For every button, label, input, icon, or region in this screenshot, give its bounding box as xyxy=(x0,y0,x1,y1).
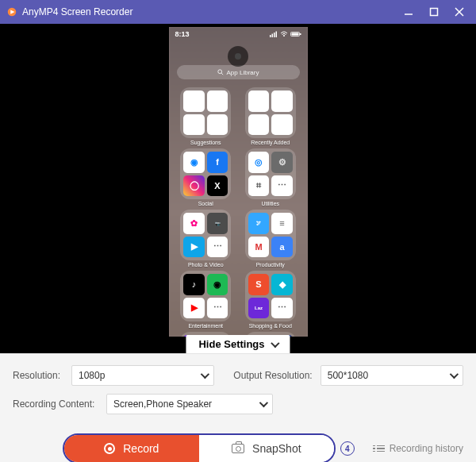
app-icon: ⋯ xyxy=(271,175,293,197)
app-folder[interactable]: Suggestions xyxy=(177,87,236,145)
app-icon xyxy=(207,90,228,112)
recording-content-label: Recording Content: xyxy=(13,398,98,410)
title-left: AnyMP4 Screen Recorder xyxy=(6,6,132,17)
folder-grid xyxy=(245,87,296,138)
hide-settings-button[interactable]: Hide Settings xyxy=(186,335,290,353)
app-icon: S xyxy=(248,274,270,295)
svg-rect-6 xyxy=(270,35,271,37)
chevron-down-icon xyxy=(201,370,209,379)
app-icon: X xyxy=(207,175,228,197)
app-folder[interactable]: S◆Laz⋯Shopping & Food xyxy=(241,271,300,329)
app-icon xyxy=(248,90,270,112)
folder-label: Photo & Video xyxy=(188,262,224,268)
svg-line-15 xyxy=(221,73,223,75)
app-icon: Laz xyxy=(248,298,270,319)
app-folder[interactable]: Recently Added xyxy=(241,87,300,145)
svg-rect-7 xyxy=(271,34,273,38)
svg-point-14 xyxy=(217,70,221,74)
folder-label: Social xyxy=(198,201,213,206)
folder-label: Suggestions xyxy=(190,140,221,145)
controls-bar: Record SnapShot 4 Recording history xyxy=(0,427,476,462)
phone-preview: 8:13 App Library SuggestionsRecently Add… xyxy=(169,27,308,337)
app-icon: ◯ xyxy=(183,175,205,197)
phone-time: 8:13 xyxy=(175,30,190,38)
record-snapshot-pair: Record SnapShot xyxy=(63,433,336,462)
app-icon: M xyxy=(248,237,270,258)
search-icon xyxy=(217,69,224,75)
output-resolution-label: Output Resolution: xyxy=(233,370,312,381)
app-icon: ⚙ xyxy=(271,152,293,173)
chevron-down-icon xyxy=(259,398,268,407)
app-icon: ◉ xyxy=(207,274,228,295)
svg-rect-12 xyxy=(291,33,298,36)
app-icon xyxy=(183,90,205,112)
app-icon: 📷 xyxy=(207,213,228,234)
app-icon xyxy=(271,90,293,112)
output-resolution-value: 500*1080 xyxy=(328,370,368,381)
app-folder[interactable]: ◎⚙⌗⋯Utilities xyxy=(241,148,300,206)
app-icon: ⌗ xyxy=(248,175,270,197)
battery-icon xyxy=(290,31,301,37)
app-icon: a xyxy=(271,237,293,258)
folder-grid xyxy=(180,87,231,138)
folder-label: Entertainment xyxy=(188,323,223,329)
svg-rect-9 xyxy=(275,32,277,38)
app-library-grid: SuggestionsRecently Added◉f◯XSocial◎⚙⌗⋯U… xyxy=(169,83,308,337)
app-folder[interactable]: ◉f◯XSocial xyxy=(177,148,236,206)
app-icon: ⋯ xyxy=(271,298,293,319)
wifi-icon xyxy=(280,31,288,37)
resolution-label: Resolution: xyxy=(13,370,63,381)
folder-label: Recently Added xyxy=(251,140,290,145)
resolution-select[interactable]: 1080p xyxy=(71,365,214,386)
folder-grid: ✿📷▶⋯ xyxy=(180,210,231,260)
app-icon xyxy=(271,114,293,136)
preview-area: 8:13 App Library SuggestionsRecently Add… xyxy=(0,24,476,353)
dynamic-island xyxy=(228,46,248,67)
recording-history-label: Recording history xyxy=(390,443,463,454)
app-icon xyxy=(207,114,228,136)
hide-settings-label: Hide Settings xyxy=(198,338,264,350)
app-title: AnyMP4 Screen Recorder xyxy=(22,6,132,17)
app-icon: ◉ xyxy=(183,152,205,173)
folder-label: Shopping & Food xyxy=(249,323,292,329)
app-icon xyxy=(183,114,205,136)
svg-rect-13 xyxy=(300,33,301,35)
close-button[interactable] xyxy=(449,4,470,20)
record-icon xyxy=(104,443,115,454)
snapshot-button[interactable]: SnapShot xyxy=(199,435,334,462)
chevron-down-icon xyxy=(271,338,279,347)
app-folder[interactable]: 🕊≡MaProductivity xyxy=(241,210,300,268)
folder-grid: S◆Laz⋯ xyxy=(245,271,296,321)
app-icon: ▶ xyxy=(183,298,205,319)
camera-icon xyxy=(232,444,244,453)
recording-content-select[interactable]: Screen,Phone Speaker xyxy=(106,394,273,414)
folder-grid: 🕊≡Ma xyxy=(245,210,296,260)
resolution-value: 1080p xyxy=(79,370,105,381)
folder-grid: ◎⚙⌗⋯ xyxy=(245,148,296,199)
count-badge[interactable]: 4 xyxy=(340,441,355,456)
app-icon xyxy=(248,114,270,136)
minimize-button[interactable] xyxy=(398,4,419,20)
app-icon: ♪ xyxy=(183,274,205,295)
recording-history-button[interactable]: Recording history xyxy=(373,443,463,454)
title-bar: AnyMP4 Screen Recorder xyxy=(0,0,476,24)
app-library-search[interactable]: App Library xyxy=(177,65,300,79)
output-resolution-select[interactable]: 500*1080 xyxy=(321,365,463,386)
app-icon: ▶ xyxy=(183,237,205,258)
folder-grid: ♪◉▶⋯ xyxy=(180,271,231,321)
app-icon: ◎ xyxy=(248,152,270,173)
snapshot-label: SnapShot xyxy=(252,442,301,455)
maximize-button[interactable] xyxy=(424,4,444,20)
app-icon: 🕊 xyxy=(248,213,270,234)
app-folder[interactable]: ♪◉▶⋯Entertainment xyxy=(177,271,236,329)
app-icon: ⋯ xyxy=(207,237,228,258)
app-folder[interactable]: ✿📷▶⋯Photo & Video xyxy=(177,210,236,268)
search-placeholder: App Library xyxy=(227,69,259,76)
phone-status-icons xyxy=(270,30,301,38)
folder-label: Utilities xyxy=(261,201,279,206)
recording-content-value: Screen,Phone Speaker xyxy=(113,398,212,410)
chevron-down-icon xyxy=(450,370,459,379)
folder-label: Productivity xyxy=(256,262,285,268)
record-button[interactable]: Record xyxy=(64,435,199,462)
app-icon: ≡ xyxy=(271,213,293,234)
